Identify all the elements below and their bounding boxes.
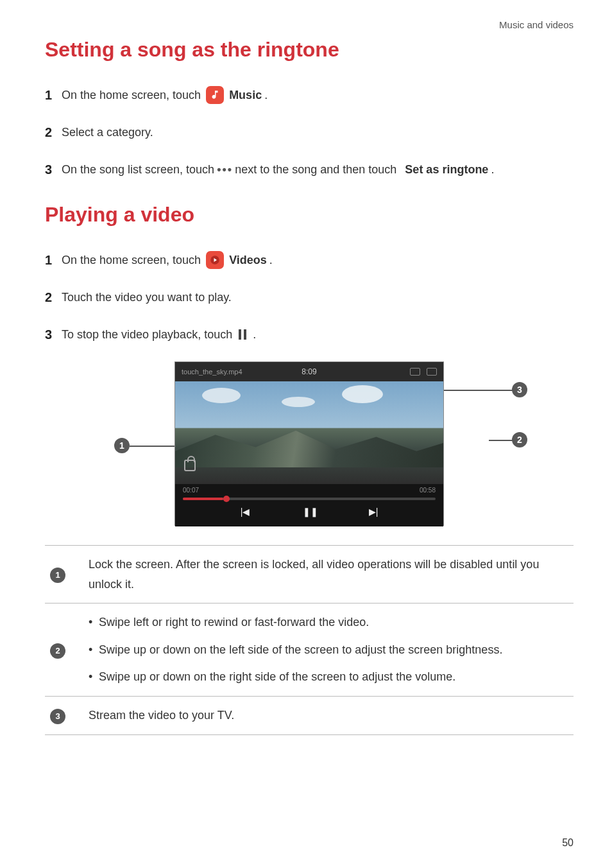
heading-set-ringtone: Setting a song as the ringtone (45, 38, 574, 62)
lock-screen-icon (184, 460, 196, 471)
bullet-item: Swipe up or down on the right side of th… (89, 667, 568, 687)
callout-table: 1 Lock the screen. After the screen is l… (45, 545, 574, 735)
step-text-prefix: On the home screen, touch (62, 86, 201, 105)
step-number: 2 (45, 122, 62, 143)
step-text-bold: Set as ringtone (405, 161, 488, 179)
time-total: 00:58 (420, 487, 436, 494)
step-text-prefix: On the song list screen, touch (62, 161, 214, 179)
music-app-icon (206, 86, 224, 104)
step-text-bold: Music (229, 86, 262, 105)
row-badge-1: 1 (50, 568, 65, 583)
more-dots-icon: ••• (217, 161, 232, 179)
time-elapsed: 00:07 (183, 487, 199, 494)
video-top-bar: touch_the_sky.mp4 8:09 (175, 362, 443, 381)
step-text-tail: . (264, 86, 268, 105)
callout-badge-1: 1 (114, 438, 130, 453)
previous-icon: |◀ (239, 507, 251, 517)
row-badge-2: 2 (50, 643, 65, 659)
page-number: 50 (562, 837, 574, 849)
step-text-prefix: On the home screen, touch (62, 251, 201, 270)
running-header: Music and videos (45, 19, 574, 30)
video-clock: 8:09 (302, 367, 316, 376)
videos-app-icon (206, 251, 224, 269)
row-text: Lock the screen. After the screen is loc… (83, 546, 574, 603)
progress-track (183, 498, 436, 500)
table-row: 3 Stream the video to your TV. (45, 696, 574, 734)
pause-control-icon: ❚❚ (303, 507, 316, 517)
row-text: Stream the video to your TV. (83, 696, 574, 734)
heading-playing-video: Playing a video (45, 203, 574, 227)
pause-icon (239, 329, 246, 340)
callout-line (489, 440, 514, 441)
step-text-tail: . (253, 326, 256, 344)
step-number: 3 (45, 324, 62, 345)
step-item: 2 Touch the video you want to play. (45, 287, 574, 308)
step-text: Touch the video you want to play. (62, 288, 574, 307)
next-icon: ▶| (367, 507, 380, 517)
bullet-item: Swipe up or down on the left side of the… (89, 640, 568, 660)
step-text-mid: next to the song and then touch (235, 161, 396, 179)
row-badge-3: 3 (50, 709, 65, 724)
progress-thumb (223, 496, 230, 502)
callout-line (438, 390, 514, 391)
step-number: 2 (45, 287, 62, 308)
row-bullets: Swipe left or right to rewind or fast-fo… (83, 603, 574, 697)
step-item: 1 On the home screen, touch Music. (45, 85, 574, 105)
step-number: 1 (45, 85, 62, 105)
steps-playing-video: 1 On the home screen, touch Videos. 2 To… (45, 250, 574, 345)
step-text-tail: . (269, 251, 273, 270)
step-item: 2 Select a category. (45, 122, 574, 143)
step-item: 1 On the home screen, touch Videos. (45, 250, 574, 270)
progress-fill (183, 498, 223, 500)
step-text-bold: Videos (229, 251, 267, 270)
step-item: 3 To stop the video playback, touch . (45, 324, 574, 345)
video-content-area (175, 381, 443, 484)
step-text: Select a category. (62, 123, 574, 142)
step-text-tail: . (491, 161, 494, 179)
aspect-icon (427, 368, 437, 376)
table-row: 2 Swipe left or right to rewind or fast-… (45, 603, 574, 697)
table-row: 1 Lock the screen. After the screen is l… (45, 546, 574, 603)
step-item: 3 On the song list screen, touch ••• nex… (45, 159, 574, 180)
video-title: touch_the_sky.mp4 (182, 368, 242, 376)
video-frame: touch_the_sky.mp4 8:09 00:07 00:58 (174, 361, 444, 526)
video-bottom-bar: 00:07 00:58 |◀ ❚❚ ▶| (175, 484, 443, 526)
step-text-prefix: To stop the video playback, touch (62, 326, 232, 344)
bullet-item: Swipe left or right to rewind or fast-fo… (89, 612, 568, 632)
steps-set-ringtone: 1 On the home screen, touch Music. 2 Sel… (45, 85, 574, 180)
cast-icon (410, 368, 420, 376)
step-number: 3 (45, 159, 62, 180)
step-number: 1 (45, 250, 62, 270)
video-player-illustration: 1 2 3 touch_the_sky.mp4 8:09 00:07 00 (130, 361, 489, 526)
